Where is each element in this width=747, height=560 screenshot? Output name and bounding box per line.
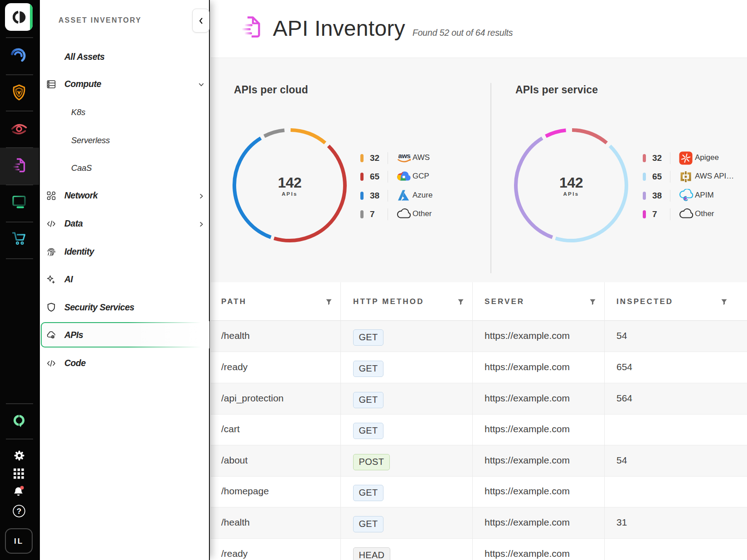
svg-text:aws: aws (398, 152, 411, 159)
svg-text:?: ? (17, 507, 21, 516)
